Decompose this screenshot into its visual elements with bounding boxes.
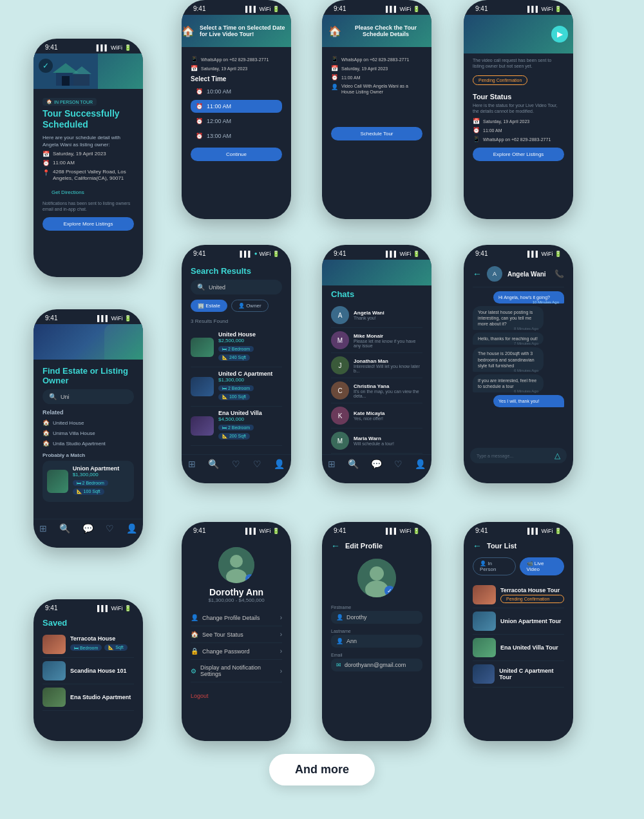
nav-search-icon[interactable]: 🔍 bbox=[208, 459, 219, 469]
explore-button[interactable]: Explore More Listings bbox=[43, 217, 134, 231]
tour-status-desc: Here is the status for your Live Video T… bbox=[473, 102, 564, 114]
nav-chat-icon[interactable]: 💬 bbox=[82, 523, 93, 534]
tour-thumb-3 bbox=[473, 638, 496, 657]
tour-thumb-1 bbox=[473, 585, 496, 604]
time-slot-2[interactable]: ⏰11:00 AM bbox=[191, 100, 282, 113]
nav-home-icon[interactable]: ⊞ bbox=[328, 459, 336, 469]
related-1[interactable]: 🏠 United House bbox=[43, 418, 134, 428]
send-icon[interactable]: △ bbox=[554, 451, 560, 460]
nav-heart-icon[interactable]: ♡ bbox=[232, 459, 240, 469]
time-display: 9:41 bbox=[45, 604, 57, 612]
schedule-tour-button[interactable]: Schedule Tour bbox=[331, 127, 422, 140]
screen-content: 👤 In Person 📹 Live Video Terracota House… bbox=[464, 554, 573, 741]
message-input[interactable]: Type a message... △ bbox=[470, 448, 567, 463]
lastname-input[interactable]: 👤 Ann bbox=[331, 635, 422, 648]
email-input[interactable]: ✉ dorothyann@gmail.com bbox=[331, 659, 422, 671]
calendar-icon: 📅 bbox=[43, 151, 50, 157]
status-icons: ▌▌▌ WiFi 🔋 bbox=[97, 605, 131, 612]
time-slot-1[interactable]: ⏰10:00 AM bbox=[191, 85, 282, 98]
time-display: 9:41 bbox=[334, 250, 346, 257]
result-3[interactable]: Ena United Villa $4,500,000 🛏 2 Bedroom … bbox=[191, 407, 282, 446]
chat-2[interactable]: M Mike Monair Please let me know if you … bbox=[331, 328, 422, 353]
logout-section: Logout bbox=[191, 689, 282, 700]
nav-chat-icon[interactable]: 💬 bbox=[371, 459, 382, 469]
video-icon: 👤 bbox=[331, 84, 338, 90]
nav-profile-icon[interactable]: 👤 bbox=[126, 523, 137, 534]
back-button[interactable]: ← bbox=[473, 269, 482, 279]
tour-2[interactable]: Union Apartment Tour bbox=[473, 608, 564, 635]
saved-1[interactable]: Terracota House 🛏 Bedroom 📐 Sqft bbox=[43, 631, 134, 658]
menu-change-profile[interactable]: 👤 Change Profile Details › bbox=[191, 610, 282, 626]
chat-1[interactable]: A Angela Wani Thank you! bbox=[331, 303, 422, 328]
back-button[interactable]: ← bbox=[473, 541, 482, 551]
firstname-input[interactable]: 👤 Dorothy bbox=[331, 611, 422, 624]
menu-tour-status[interactable]: 🏠 See Tour Status › bbox=[191, 626, 282, 643]
video-sent-text: The video call request has been sent to … bbox=[473, 57, 564, 69]
tour-1[interactable]: Terracota House Tour Pending Confirmatio… bbox=[473, 582, 564, 608]
tab-estate[interactable]: 🏢 Estate bbox=[191, 300, 227, 312]
screen-content: Saved Terracota House 🛏 Bedroom 📐 Sqft S… bbox=[33, 614, 143, 737]
tab-live-video[interactable]: 📹 Live Video bbox=[520, 557, 564, 575]
nav-profile-icon[interactable]: 👤 bbox=[274, 459, 285, 469]
call-button[interactable]: 📞 bbox=[554, 269, 564, 278]
time-slot-3[interactable]: ⏰12:00 AM bbox=[191, 115, 282, 128]
chat-3[interactable]: J Jonathan Man Interested! Will let you … bbox=[331, 353, 422, 378]
edit-badge[interactable]: ✏ bbox=[245, 574, 254, 583]
tour-header-img: 🏠 Select a Time on Selected Date for Liv… bbox=[182, 15, 291, 47]
logout-button[interactable]: Logout bbox=[191, 693, 209, 699]
nav-bookmark-icon[interactable]: ♡ bbox=[394, 459, 402, 469]
menu-display-settings[interactable]: ⚙ Display and Notification Settings › bbox=[191, 660, 282, 682]
nav-home-icon[interactable]: ⊞ bbox=[188, 459, 196, 469]
time-display: 9:41 bbox=[475, 250, 488, 257]
explore-other-button[interactable]: Explore Other Listings bbox=[473, 148, 564, 161]
avatar-edit-badge[interactable]: ✓ bbox=[384, 586, 395, 596]
screen-content: 🏠 IN PERSON TOUR Tour Successfully Sched… bbox=[33, 89, 143, 277]
related-3[interactable]: 🏠 Unila Studio Apartment bbox=[43, 438, 134, 448]
nav-home-icon[interactable]: ⊞ bbox=[39, 523, 47, 534]
time-display: 9:41 bbox=[193, 527, 205, 534]
match-card[interactable]: Union Apartment $1,300,000 🛏 2 Bedroom 📐… bbox=[43, 461, 134, 502]
video-icon: 📹 bbox=[527, 561, 533, 566]
directions-link[interactable]: Get Directions bbox=[52, 185, 134, 197]
nav-profile-icon[interactable]: 👤 bbox=[415, 459, 426, 469]
nav-bookmark-icon[interactable]: ♡ bbox=[253, 459, 261, 469]
chat-5[interactable]: K Kate Micayla Yes, nice offer! bbox=[331, 403, 422, 429]
search-bar[interactable]: 🔍 United bbox=[191, 280, 282, 294]
chat-4[interactable]: C Christina Yana It's on the map, you ca… bbox=[331, 378, 422, 403]
tour-3[interactable]: Ena United Villa Tour bbox=[473, 635, 564, 661]
chat-6[interactable]: M Maria Warn Will schedule a tour! bbox=[331, 429, 422, 454]
time-slot-4[interactable]: ⏰13:00 AM bbox=[191, 130, 282, 142]
related-2[interactable]: 🏠 Unima Villa House bbox=[43, 428, 134, 438]
result-2[interactable]: United C Apartment $1,300,000 🛏 2 Bedroo… bbox=[191, 367, 282, 407]
search-icon: 🔍 bbox=[49, 393, 57, 400]
related-icon-2: 🏠 bbox=[43, 430, 50, 436]
tour-list-header: ← Tour List bbox=[464, 537, 573, 554]
chevron-right-icon: › bbox=[280, 614, 282, 621]
match-name: Union Apartment bbox=[73, 465, 129, 472]
whatsapp-row: 📱 WhatsApp on +62 829-2883-2771 bbox=[473, 136, 564, 142]
pending-badge: Pending Confirmation bbox=[473, 75, 527, 85]
saved-2[interactable]: Scandina House 101 bbox=[43, 658, 134, 684]
msg-1: Hi Angela, how's it going?10 Minutes Ago bbox=[493, 291, 564, 304]
back-button[interactable]: ← bbox=[331, 541, 340, 551]
result-1[interactable]: United House $2,500,000 🛏 2 Bedroom 📐 24… bbox=[191, 328, 282, 367]
check-overlay: ✓ bbox=[39, 59, 53, 73]
saved-3[interactable]: Ena Studio Apartment bbox=[43, 684, 134, 711]
play-button[interactable]: ▶ bbox=[551, 26, 568, 43]
nav-bookmark-icon[interactable]: ♡ bbox=[106, 523, 114, 534]
menu-change-password[interactable]: 🔒 Change Password › bbox=[191, 643, 282, 660]
tour-4[interactable]: United C Apartment Tour bbox=[473, 661, 564, 688]
contact-avatar: A bbox=[487, 266, 502, 282]
whatsapp-row: 📱 WhatsApp on +62 829-2883-2771 bbox=[331, 56, 422, 63]
time-display: 9:41 bbox=[193, 5, 205, 12]
tab-owner[interactable]: 👤 Owner bbox=[231, 300, 269, 312]
and-more-button[interactable]: And more bbox=[269, 754, 375, 785]
search-bar[interactable]: 🔍 Uni bbox=[43, 389, 134, 404]
nav-search-icon[interactable]: 🔍 bbox=[348, 459, 359, 469]
tour-thumb-4 bbox=[473, 664, 495, 684]
email-field: Email ✉ dorothyann@gmail.com bbox=[331, 653, 422, 671]
continue-button[interactable]: Continue bbox=[191, 148, 282, 161]
nav-search-icon[interactable]: 🔍 bbox=[59, 523, 70, 534]
tab-in-person[interactable]: 👤 In Person bbox=[473, 557, 516, 575]
lastname-field: Lastname 👤 Ann bbox=[331, 629, 422, 648]
